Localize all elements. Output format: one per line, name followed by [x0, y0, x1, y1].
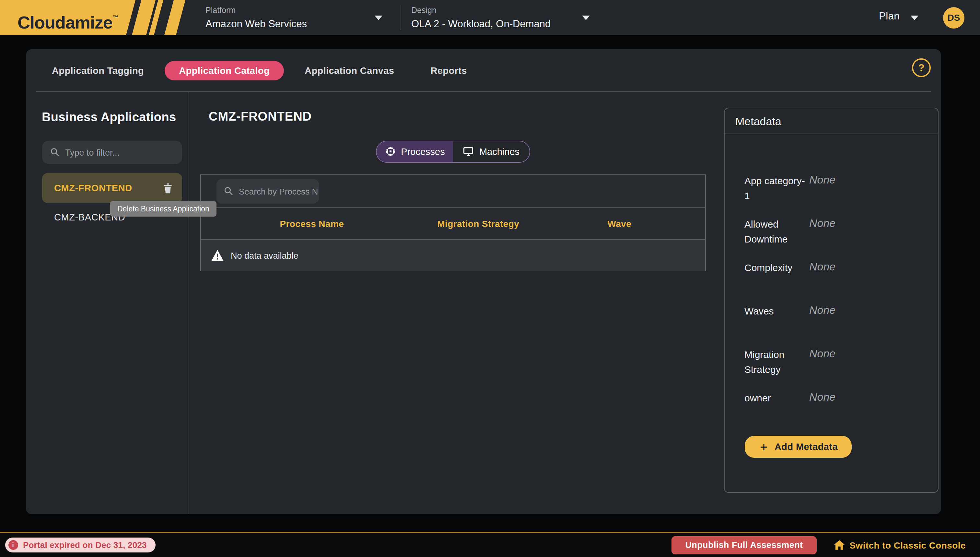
- metadata-row: Waves None: [744, 303, 928, 347]
- tab-reports[interactable]: Reports: [415, 65, 482, 75]
- metadata-value: None: [809, 390, 835, 404]
- metadata-value: None: [809, 173, 835, 187]
- metadata-row: App category-1 None: [744, 173, 928, 217]
- tabs-divider: [36, 91, 931, 92]
- warning-icon: [211, 250, 224, 261]
- column-wave: Wave: [534, 218, 705, 229]
- metadata-row: Migration Strategy None: [744, 347, 928, 390]
- platform-label: Platform: [205, 6, 307, 16]
- plus-icon: [759, 442, 769, 452]
- add-metadata-button[interactable]: Add Metadata: [745, 436, 852, 458]
- metadata-title: Metadata: [735, 116, 781, 129]
- app-root: Cloudamize™ Platform Amazon Web Services…: [0, 0, 980, 557]
- metadata-label: Waves: [744, 303, 809, 318]
- sidebar-title: Business Applications: [42, 110, 176, 124]
- toggle-machines[interactable]: Machines: [453, 141, 530, 162]
- metadata-row: Allowed Downtime None: [744, 217, 928, 260]
- metadata-label: owner: [744, 390, 809, 405]
- brand-trademark: ™: [112, 14, 118, 21]
- metadata-label: Migration Strategy: [744, 347, 809, 377]
- content-card: Application Tagging Application Catalog …: [26, 49, 941, 514]
- footer-actions: Unpublish Full Assessment Switch to Clas…: [671, 536, 980, 554]
- tab-application-canvas[interactable]: Application Canvas: [289, 65, 410, 75]
- header-divider: [401, 5, 401, 30]
- sidebar-filter: [42, 141, 182, 164]
- metadata-row: Complexity None: [744, 260, 928, 303]
- toggle-processes[interactable]: Processes: [377, 141, 453, 162]
- help-button[interactable]: ?: [912, 59, 931, 77]
- process-search-input[interactable]: [216, 179, 319, 204]
- chevron-down-icon: [582, 16, 590, 20]
- plan-menu[interactable]: Plan: [879, 10, 900, 22]
- chevron-down-icon: [911, 16, 918, 20]
- page-title: CMZ-FRONTEND: [209, 109, 312, 124]
- sidebar-item-cmz-frontend[interactable]: CMZ-FRONTEND: [42, 173, 182, 203]
- brand-logo[interactable]: Cloudamize™: [18, 8, 118, 32]
- trash-icon: [163, 182, 172, 194]
- empty-state-row: No data available: [201, 240, 705, 271]
- metadata-value: None: [809, 260, 835, 274]
- toggle-machines-label: Machines: [479, 146, 520, 156]
- design-label: Design: [411, 6, 551, 16]
- empty-state-text: No data available: [231, 251, 299, 261]
- metadata-divider: [724, 133, 938, 134]
- platform-value: Amazon Web Services: [205, 17, 307, 31]
- design-select[interactable]: Design OLA 2 - Workload, On-Demand: [411, 6, 551, 31]
- portal-expired-text: Portal expired on Dec 31, 2023: [23, 540, 147, 550]
- bottom-bar: i Portal expired on Dec 31, 2023 Unpubli…: [0, 532, 980, 557]
- platform-select[interactable]: Platform Amazon Web Services: [205, 6, 307, 31]
- sidebar-item-label: CMZ-FRONTEND: [42, 183, 159, 193]
- column-migration-strategy: Migration Strategy: [423, 218, 534, 229]
- process-search: [216, 179, 319, 204]
- avatar[interactable]: DS: [943, 7, 964, 28]
- portal-expired-badge: i Portal expired on Dec 31, 2023: [5, 537, 156, 552]
- question-mark-icon: ?: [918, 62, 925, 73]
- info-icon: i: [8, 540, 18, 550]
- monitor-icon: [463, 146, 474, 157]
- add-metadata-label: Add Metadata: [775, 441, 838, 452]
- process-table: Process Name Migration Strategy Wave No …: [200, 174, 706, 271]
- brand-name: Cloudamize: [18, 13, 112, 33]
- metadata-value: None: [809, 303, 835, 317]
- view-toggle: Processes Machines: [376, 140, 530, 163]
- metadata-value: None: [809, 217, 835, 230]
- unpublish-assessment-button[interactable]: Unpublish Full Assessment: [671, 536, 816, 554]
- table-header-row: Process Name Migration Strategy Wave: [201, 207, 705, 240]
- metadata-panel: Metadata App category-1 None Allowed Dow…: [724, 107, 938, 493]
- metadata-value: None: [809, 347, 835, 360]
- sidebar-divider: [188, 91, 189, 514]
- delete-tooltip: Delete Business Application: [110, 201, 216, 217]
- top-bar: Cloudamize™ Platform Amazon Web Services…: [0, 0, 980, 35]
- tab-application-catalog[interactable]: Application Catalog: [165, 60, 284, 80]
- home-icon: [834, 540, 844, 550]
- column-process-name: Process Name: [201, 218, 423, 229]
- metadata-label: App category-1: [744, 173, 809, 203]
- delete-application-button[interactable]: [159, 180, 176, 197]
- switch-to-classic-link[interactable]: Switch to Classic Console: [834, 540, 966, 550]
- metadata-row: owner None: [744, 390, 928, 434]
- metadata-label: Complexity: [744, 260, 809, 275]
- tab-application-tagging[interactable]: Application Tagging: [36, 65, 159, 75]
- metadata-rows: App category-1 None Allowed Downtime Non…: [744, 173, 928, 434]
- design-value: OLA 2 - Workload, On-Demand: [411, 17, 551, 31]
- switch-to-classic-label: Switch to Classic Console: [849, 540, 966, 550]
- toggle-processes-label: Processes: [401, 146, 445, 156]
- tab-bar: Application Tagging Application Catalog …: [36, 49, 931, 91]
- brand-stripe: [164, 0, 185, 35]
- chip-icon: [385, 146, 396, 157]
- metadata-label: Allowed Downtime: [744, 217, 809, 246]
- chevron-down-icon: [375, 16, 382, 20]
- sidebar-filter-input[interactable]: [42, 141, 182, 164]
